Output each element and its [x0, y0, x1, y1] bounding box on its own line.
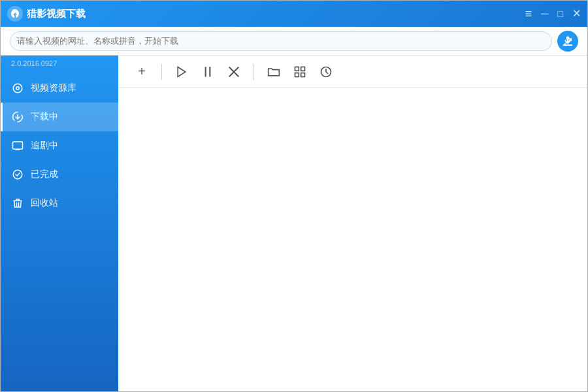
folder-button[interactable]: [262, 60, 286, 84]
svg-rect-12: [301, 73, 305, 76]
window-controls: ≡ ─ □ ✕: [525, 8, 581, 20]
svg-rect-2: [13, 142, 23, 149]
app-title: 猎影视频下载: [7, 6, 86, 22]
sidebar-item-label: 下载中: [31, 111, 58, 123]
maximize-button[interactable]: □: [558, 9, 563, 18]
search-input[interactable]: [17, 36, 545, 46]
svg-marker-4: [178, 67, 186, 76]
trash-icon: [11, 197, 24, 210]
grid-button[interactable]: [288, 60, 312, 84]
app-title-text: 猎影视频下载: [27, 8, 86, 20]
sidebar-item-label: 已完成: [31, 169, 58, 180]
minimize-button[interactable]: ─: [541, 8, 548, 19]
toolbar: +: [118, 56, 587, 88]
search-bar-row: [1, 27, 587, 56]
sidebar-item-trash[interactable]: 回收站: [1, 189, 118, 218]
add-button[interactable]: +: [130, 60, 154, 84]
completed-icon: [11, 168, 24, 181]
search-wrapper: [10, 31, 552, 51]
body: 2.0.2016.0927 视频资源库: [1, 56, 587, 391]
video-library-icon: [11, 82, 24, 95]
svg-rect-11: [295, 73, 299, 76]
sidebar: 2.0.2016.0927 视频资源库: [1, 56, 118, 391]
sidebar-item-following[interactable]: 追剧中: [1, 131, 118, 160]
cancel-button[interactable]: [222, 60, 246, 84]
title-bar: 猎影视频下载 ≡ ─ □ ✕: [1, 1, 587, 27]
svg-point-1: [16, 87, 20, 90]
svg-point-0: [13, 84, 22, 93]
pause-button[interactable]: [196, 60, 220, 84]
close-button[interactable]: ✕: [572, 8, 581, 19]
following-icon: [11, 139, 24, 152]
sidebar-item-downloading[interactable]: 下载中: [1, 103, 118, 131]
app-window: 猎影视频下载 ≡ ─ □ ✕ 2.0.2016.0927: [0, 0, 588, 392]
history-button[interactable]: [314, 60, 338, 84]
sidebar-item-video-library[interactable]: 视频资源库: [1, 74, 118, 103]
sidebar-item-label: 追剧中: [31, 140, 58, 152]
search-button[interactable]: [557, 31, 578, 52]
menu-button[interactable]: ≡: [525, 8, 532, 20]
svg-rect-9: [295, 67, 299, 71]
app-version: 2.0.2016.0927: [1, 56, 118, 74]
content-area: [118, 88, 587, 391]
svg-rect-10: [301, 67, 305, 71]
main-content: +: [118, 56, 587, 391]
app-logo-icon: [7, 6, 23, 22]
downloading-icon: [11, 110, 24, 123]
play-button[interactable]: [170, 60, 193, 84]
sidebar-item-completed[interactable]: 已完成: [1, 160, 118, 189]
svg-point-3: [13, 170, 22, 179]
add-icon: +: [138, 64, 146, 79]
sidebar-item-label: 回收站: [31, 197, 58, 209]
toolbar-divider-1: [161, 64, 162, 80]
sidebar-item-label: 视频资源库: [31, 82, 76, 94]
toolbar-divider-2: [253, 64, 254, 80]
